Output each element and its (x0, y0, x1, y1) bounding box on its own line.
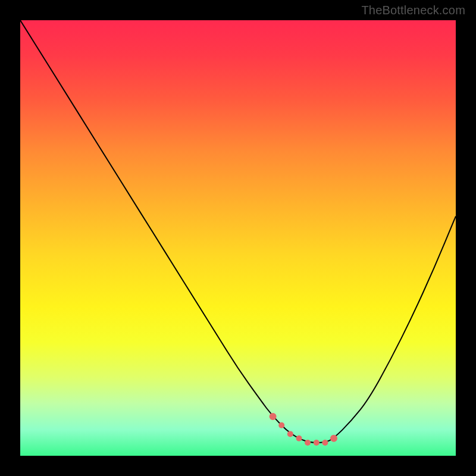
optimal-marker (296, 436, 302, 441)
optimal-marker (305, 440, 311, 446)
plot-area (20, 20, 456, 456)
watermark-text: TheBottleneck.com (361, 4, 465, 17)
optimal-marker (314, 440, 320, 446)
optimal-marker (330, 435, 337, 442)
optimal-marker (278, 422, 284, 428)
optimal-marker (287, 431, 293, 437)
chart-svg (20, 20, 456, 456)
bottleneck-curve-path (20, 20, 456, 443)
optimal-marker (270, 413, 277, 420)
optimal-marker (322, 440, 328, 446)
